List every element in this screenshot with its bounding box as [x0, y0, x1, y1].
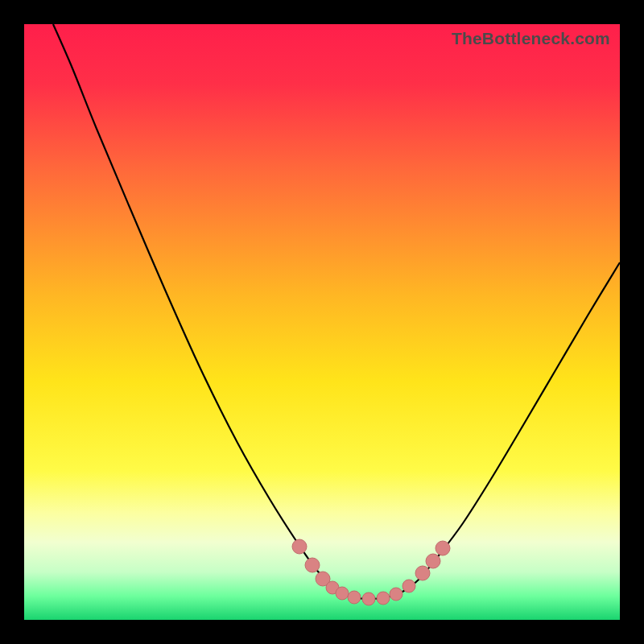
curve-marker	[348, 591, 361, 604]
curve-marker	[415, 566, 430, 580]
curve-line	[53, 24, 620, 599]
curve-marker	[436, 541, 450, 555]
curve-marker	[336, 587, 349, 600]
curve-marker	[362, 592, 375, 605]
curve-markers	[292, 539, 450, 605]
bottleneck-curve	[24, 24, 620, 620]
curve-marker	[402, 580, 415, 592]
curve-marker	[390, 588, 402, 601]
plot-area: TheBottleneck.com	[24, 24, 620, 620]
chart-frame: TheBottleneck.com	[0, 0, 644, 644]
watermark-text: TheBottleneck.com	[452, 29, 610, 48]
curve-marker	[292, 539, 307, 554]
curve-marker	[426, 554, 440, 568]
curve-marker	[305, 558, 320, 572]
curve-marker	[377, 592, 390, 605]
